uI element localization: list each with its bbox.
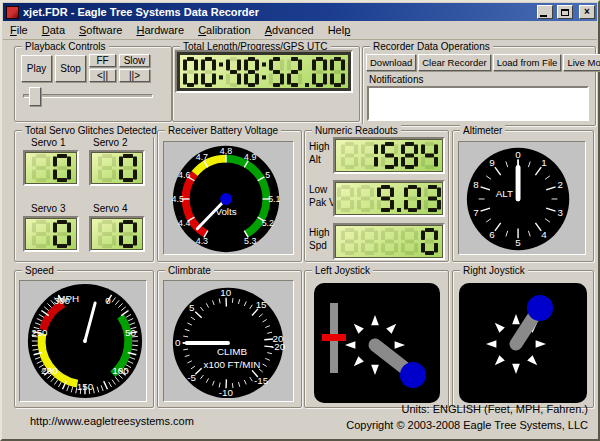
high-spd-lcd — [333, 223, 445, 260]
svg-text:15: 15 — [256, 299, 267, 310]
battery-gauge: 4.34.44.54.64.74.84.955.15.25.3Volts — [163, 141, 294, 255]
load-from-file-button[interactable]: Load from File — [493, 54, 562, 71]
menu-item-software[interactable]: Software — [72, 22, 129, 38]
menu-bar: FileDataSoftwareHardwareCalibrationAdvan… — [3, 21, 597, 40]
right-joystick-display — [459, 283, 587, 403]
window-title: xjet.FDR - Eagle Tree Systems Data Recor… — [23, 6, 533, 18]
svg-text:5.1: 5.1 — [268, 194, 280, 204]
svg-text:ALT: ALT — [496, 188, 513, 199]
playback-slider-thumb[interactable] — [29, 87, 41, 106]
length-display-group: Total Length/Progress/GPS UTC — [172, 46, 360, 122]
app-icon — [6, 6, 19, 19]
low-pak-v-lcd — [333, 180, 445, 217]
playback-controls-title: Playback Controls — [22, 40, 109, 53]
recorder-operations-title: Recorder Data Operations — [370, 40, 493, 53]
svg-text:9: 9 — [489, 157, 494, 168]
menu-item-calibration[interactable]: Calibration — [191, 22, 258, 38]
playback-slider-track[interactable] — [23, 94, 153, 98]
low-pak-v-label-1: Low — [309, 184, 327, 195]
svg-text:CLIMB: CLIMB — [217, 346, 247, 357]
live-mode-button[interactable]: Live Mode — [563, 54, 600, 71]
speed-gauge: 050100150200250300MPH — [19, 280, 147, 402]
slow-button[interactable]: Slow — [119, 54, 150, 67]
footer-units: Units: ENGLISH (Feet, MPH, Fahren.) — [402, 403, 588, 415]
svg-text:5: 5 — [265, 170, 270, 180]
svg-text:150: 150 — [77, 381, 94, 392]
svg-text:5: 5 — [515, 237, 521, 248]
svg-text:-5: -5 — [187, 372, 196, 383]
svg-text:4.9: 4.9 — [244, 152, 256, 162]
svg-text:250: 250 — [31, 327, 48, 338]
servo-4-label: Servo 4 — [93, 203, 127, 214]
notifications-label: Notifications — [369, 74, 423, 85]
maximize-button[interactable] — [557, 5, 573, 19]
numeric-readouts-title: Numeric Readouts — [312, 124, 401, 137]
svg-text:-20: -20 — [271, 341, 286, 352]
footer-copyright: Copyright © 2003-2008 Eagle Tree Systems… — [346, 419, 588, 431]
numeric-readouts-group: Numeric Readouts High Alt Low Pak V High… — [304, 130, 449, 262]
svg-text:-15: -15 — [254, 375, 269, 386]
maximize-icon — [561, 9, 569, 16]
svg-text:4: 4 — [541, 229, 547, 240]
altimeter-title: Altimeter — [460, 124, 505, 137]
left-joystick-title: Left Joystick — [312, 264, 373, 277]
servo-glitches-group: Total Servo Glitches Detected Servo 1 Se… — [14, 130, 154, 262]
playback-controls-group: Playback Controls Play Stop FF Slow <|| … — [14, 46, 172, 122]
speed-group: Speed 050100150200250300MPH — [14, 270, 154, 408]
climbrate-title: Climbrate — [165, 264, 214, 277]
step-back-button[interactable]: <|| — [89, 69, 116, 82]
right-joystick-group: Right Joystick — [452, 270, 594, 408]
svg-text:50: 50 — [125, 327, 136, 338]
menu-item-help[interactable]: Help — [321, 22, 358, 38]
svg-text:100: 100 — [112, 365, 129, 376]
climbrate-gauge: 05101520-20-15-10-5CLIMBx100 FT/MIN — [163, 280, 294, 402]
svg-text:4.4: 4.4 — [178, 218, 190, 228]
servo-2-label: Servo 2 — [93, 137, 127, 148]
svg-text:200: 200 — [41, 365, 58, 376]
svg-text:4.8: 4.8 — [220, 146, 232, 156]
servo-3-lcd — [23, 216, 79, 252]
svg-text:x100 FT/MIN: x100 FT/MIN — [204, 359, 261, 370]
svg-text:10: 10 — [220, 287, 231, 298]
left-joystick-group: Left Joystick — [304, 270, 449, 408]
low-pak-v-label-2: Pak V — [309, 197, 336, 208]
recorder-operations-group: Recorder Data Operations Download Clear … — [362, 46, 596, 126]
footer-url: http://www.eagletreesystems.com — [30, 415, 194, 427]
menu-item-data[interactable]: Data — [35, 22, 72, 38]
right-joystick-title: Right Joystick — [460, 264, 528, 277]
menu-item-file[interactable]: File — [3, 22, 35, 38]
svg-text:8: 8 — [473, 179, 479, 190]
svg-text:4.3: 4.3 — [196, 236, 208, 246]
minimize-button[interactable] — [537, 5, 553, 19]
servo-glitches-title: Total Servo Glitches Detected — [22, 124, 160, 137]
svg-text:MPH: MPH — [57, 293, 79, 304]
menu-item-hardware[interactable]: Hardware — [129, 22, 191, 38]
high-alt-label-2: Alt — [309, 154, 321, 165]
step-forward-button[interactable]: ||> — [119, 69, 150, 82]
recorder-button-row: Download Clear Recorder Load from File L… — [366, 54, 593, 71]
title-bar: xjet.FDR - Eagle Tree Systems Data Recor… — [3, 3, 597, 21]
play-button[interactable]: Play — [21, 55, 52, 82]
servo-2-lcd — [89, 150, 145, 186]
menu-item-advanced[interactable]: Advanced — [258, 22, 321, 38]
minimize-icon — [540, 15, 547, 17]
servo-3-label: Servo 3 — [31, 203, 65, 214]
high-spd-label-2: Spd — [309, 240, 327, 251]
svg-text:2: 2 — [557, 179, 562, 190]
close-icon: × — [584, 7, 590, 17]
download-button[interactable]: Download — [366, 54, 416, 71]
stop-button[interactable]: Stop — [55, 55, 86, 82]
high-spd-label-1: High — [309, 227, 330, 238]
altimeter-group: Altimeter 0123456789ALT — [452, 130, 594, 262]
svg-text:3: 3 — [557, 207, 563, 218]
length-lcd-display — [175, 50, 353, 93]
servo-1-lcd — [23, 150, 79, 186]
svg-text:-10: -10 — [219, 387, 234, 398]
app-window: xjet.FDR - Eagle Tree Systems Data Recor… — [0, 0, 600, 441]
svg-text:5: 5 — [189, 302, 195, 313]
notifications-box[interactable] — [367, 86, 589, 121]
fast-forward-button[interactable]: FF — [89, 54, 116, 67]
clear-recorder-button[interactable]: Clear Recorder — [418, 54, 490, 71]
altimeter-gauge: 0123456789ALT — [458, 141, 586, 255]
close-button[interactable]: × — [579, 5, 595, 19]
